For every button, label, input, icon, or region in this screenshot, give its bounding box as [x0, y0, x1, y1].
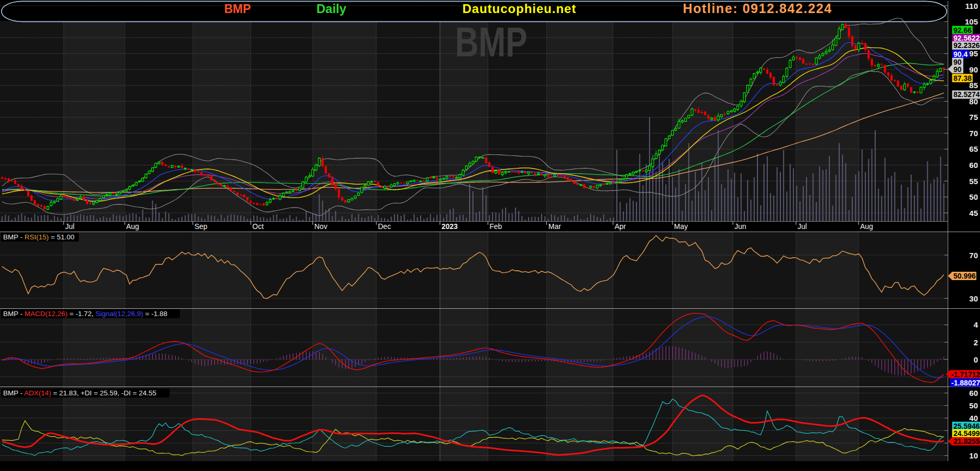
svg-text:92.66: 92.66 — [953, 26, 972, 34]
svg-text:50.996: 50.996 — [953, 272, 976, 280]
svg-text:21.8255: 21.8255 — [953, 437, 980, 445]
svg-text:24.5499: 24.5499 — [953, 429, 980, 438]
svg-text:Nov: Nov — [314, 222, 327, 231]
svg-text:Feb: Feb — [489, 222, 502, 231]
svg-text:-1.88027: -1.88027 — [951, 379, 980, 387]
svg-text:30: 30 — [969, 294, 978, 303]
svg-text:Dautucophieu.net: Dautucophieu.net — [462, 2, 577, 16]
svg-text:Aug: Aug — [126, 222, 139, 231]
svg-text:2: 2 — [974, 338, 978, 347]
svg-text:BMP: BMP — [224, 2, 251, 16]
svg-text:105: 105 — [965, 17, 978, 26]
svg-text:60: 60 — [969, 161, 978, 170]
svg-text:-1.71712: -1.71712 — [951, 370, 980, 379]
svg-text:BMP - MACD(12,26) = -1.72, Sig: BMP - MACD(12,26) = -1.72, Signal(12,26,… — [3, 310, 167, 318]
svg-text:50: 50 — [969, 401, 978, 410]
svg-text:70: 70 — [969, 251, 978, 260]
svg-text:65: 65 — [969, 144, 978, 153]
svg-text:May: May — [674, 222, 688, 231]
svg-text:92.2326: 92.2326 — [953, 41, 980, 50]
svg-text:Jul: Jul — [65, 222, 75, 231]
svg-text:45: 45 — [969, 209, 978, 218]
svg-text:Sep: Sep — [194, 222, 207, 231]
svg-text:50: 50 — [969, 192, 978, 201]
svg-text:4: 4 — [974, 320, 978, 329]
svg-text:55: 55 — [969, 177, 978, 186]
svg-text:87.38: 87.38 — [953, 74, 972, 82]
svg-text:95: 95 — [969, 49, 978, 58]
svg-text:Apr: Apr — [615, 222, 626, 231]
svg-text:BMP: BMP — [455, 19, 528, 65]
svg-text:90: 90 — [953, 65, 962, 74]
svg-text:10: 10 — [969, 451, 978, 460]
svg-text:2023: 2023 — [442, 222, 458, 231]
svg-text:60: 60 — [969, 389, 978, 397]
svg-text:Mar: Mar — [548, 222, 561, 231]
svg-text:0: 0 — [974, 355, 978, 364]
svg-text:BMP - ADX(14) = 21.83, +DI = 2: BMP - ADX(14) = 21.83, +DI = 25.59, -DI … — [3, 389, 156, 397]
svg-text:Hotline: 0912.842.224: Hotline: 0912.842.224 — [683, 1, 832, 16]
svg-text:Dec: Dec — [378, 222, 391, 231]
svg-text:82.5274: 82.5274 — [953, 90, 980, 99]
svg-text:BMP - RSI(15) = 51.00: BMP - RSI(15) = 51.00 — [3, 233, 75, 241]
svg-text:Aug: Aug — [860, 222, 873, 231]
svg-text:85: 85 — [969, 81, 978, 90]
svg-text:Jul: Jul — [798, 222, 807, 231]
svg-text:70: 70 — [969, 129, 978, 138]
svg-text:110: 110 — [965, 2, 978, 10]
svg-text:90.4: 90.4 — [953, 50, 967, 58]
svg-text:Daily: Daily — [316, 2, 347, 16]
svg-text:Jun: Jun — [734, 222, 746, 231]
svg-text:90: 90 — [969, 65, 978, 74]
svg-text:Oct: Oct — [252, 222, 264, 231]
svg-text:40: 40 — [969, 414, 978, 422]
svg-text:75: 75 — [969, 113, 978, 122]
